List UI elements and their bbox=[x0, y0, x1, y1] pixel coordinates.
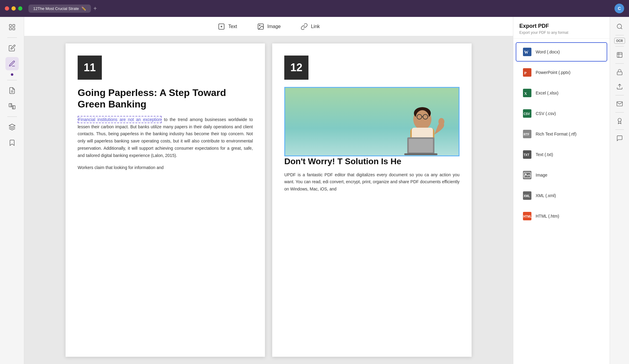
svg-point-23 bbox=[438, 118, 444, 125]
page-12-image bbox=[284, 87, 460, 156]
convert-pages-icon[interactable] bbox=[5, 100, 19, 113]
page-11-body2: Workers claim that looking for informati… bbox=[78, 164, 253, 171]
export-html[interactable]: HTML HTML (.htm) bbox=[516, 206, 607, 226]
image-label: Image bbox=[536, 173, 547, 177]
tab-title[interactable]: 12The Most Crucial Strate ✏️ bbox=[28, 5, 91, 13]
svg-rect-36 bbox=[523, 171, 531, 179]
svg-rect-3 bbox=[13, 28, 15, 30]
mail-icon[interactable] bbox=[614, 98, 626, 110]
image-tool-label: Image bbox=[267, 24, 281, 29]
export-panel: Export PDF Export your PDF to any format… bbox=[513, 17, 610, 364]
pdf-page-11: 11 Going Paperless: A Step Toward Green … bbox=[66, 43, 265, 357]
ocr-icon[interactable]: OCR bbox=[614, 38, 625, 44]
svg-text:XML: XML bbox=[524, 194, 530, 198]
export-powerpoint[interactable]: P PowerPoint (.pptx) bbox=[516, 63, 607, 82]
svg-point-11 bbox=[259, 25, 260, 26]
txt-icon: TXT bbox=[522, 150, 532, 159]
upload-icon[interactable] bbox=[614, 81, 626, 93]
image-tool[interactable]: Image bbox=[253, 20, 284, 33]
export-xml[interactable]: XML XML (.xml) bbox=[516, 186, 607, 205]
pages-container[interactable]: 11 Going Paperless: A Step Toward Green … bbox=[24, 36, 513, 364]
export-word[interactable]: W Word (.docx) bbox=[516, 42, 607, 62]
svg-rect-22 bbox=[404, 153, 437, 155]
excel-icon: X bbox=[522, 88, 532, 98]
titlebar: 12The Most Crucial Strate ✏️ + C bbox=[0, 0, 629, 17]
active-indicator bbox=[11, 73, 13, 76]
svg-text:HTML: HTML bbox=[523, 215, 531, 218]
powerpoint-icon: P bbox=[522, 68, 532, 77]
right-divider-5 bbox=[615, 112, 624, 113]
image-export-icon bbox=[522, 170, 532, 180]
close-button[interactable] bbox=[5, 6, 9, 11]
layers-icon[interactable] bbox=[5, 120, 19, 134]
text-tool[interactable]: Text bbox=[214, 20, 240, 33]
export-excel[interactable]: X Excel (.xlsx) bbox=[516, 83, 607, 103]
svg-rect-7 bbox=[12, 106, 15, 109]
svg-marker-8 bbox=[9, 124, 15, 127]
export-rtf[interactable]: RTF Rich Text Format (.rtf) bbox=[516, 124, 607, 144]
export-subtitle: Export your PDF to any format bbox=[519, 30, 604, 35]
protect-icon[interactable] bbox=[614, 66, 626, 78]
search-icon[interactable] bbox=[614, 21, 626, 33]
titlebar-right: C bbox=[614, 4, 624, 13]
traffic-lights bbox=[5, 6, 22, 11]
right-divider-6 bbox=[615, 129, 624, 130]
excel-label: Excel (.xlsx) bbox=[536, 91, 558, 95]
svg-rect-45 bbox=[617, 72, 622, 75]
annotate-icon[interactable] bbox=[5, 57, 19, 70]
page-12-title: Don't Worry! T Solution Is He bbox=[284, 156, 460, 167]
page-12-body: UPDF is a fantastic PDF editor that digi… bbox=[284, 171, 460, 193]
html-label: HTML (.htm) bbox=[536, 214, 559, 219]
maximize-button[interactable] bbox=[18, 6, 22, 11]
page-number-12: 12 bbox=[284, 56, 308, 80]
export-title: Export PDF bbox=[519, 23, 604, 29]
add-tab-button[interactable]: + bbox=[93, 5, 97, 12]
export-csv[interactable]: CSV CSV (.csv) bbox=[516, 104, 607, 123]
export-image[interactable]: Image bbox=[516, 165, 607, 185]
bookmark-icon[interactable] bbox=[5, 136, 19, 149]
svg-text:X: X bbox=[524, 91, 527, 96]
main-area: Text Image bbox=[0, 17, 629, 364]
minimize-button[interactable] bbox=[11, 6, 16, 11]
csv-icon: CSV bbox=[522, 109, 532, 118]
edit-pen-icon[interactable] bbox=[5, 41, 19, 55]
rtf-label: Rich Text Format (.rtf) bbox=[536, 132, 576, 136]
svg-text:P: P bbox=[524, 71, 527, 75]
badge-icon[interactable] bbox=[614, 115, 626, 127]
svg-rect-21 bbox=[409, 139, 433, 152]
scan-doc-icon[interactable] bbox=[614, 49, 626, 61]
content-area: Text Image bbox=[24, 17, 513, 364]
link-tool[interactable]: Link bbox=[296, 20, 323, 33]
export-txt[interactable]: TXT Text (.txt) bbox=[516, 145, 607, 164]
right-divider-3 bbox=[615, 63, 624, 64]
right-sidebar: OCR bbox=[610, 17, 629, 364]
edit-title-icon[interactable]: ✏️ bbox=[81, 6, 86, 11]
right-divider-2 bbox=[615, 46, 624, 46]
organize-icon[interactable] bbox=[5, 84, 19, 97]
right-divider-4 bbox=[615, 95, 624, 95]
word-icon: W bbox=[522, 47, 532, 57]
pdf-page-12: 12 bbox=[272, 43, 472, 357]
word-label: Word (.docx) bbox=[536, 49, 560, 54]
svg-text:TXT: TXT bbox=[524, 153, 529, 157]
top-toolbar: Text Image bbox=[24, 17, 513, 36]
rtf-icon: RTF bbox=[522, 129, 532, 139]
svg-point-15 bbox=[416, 110, 429, 125]
txt-label: Text (.txt) bbox=[536, 152, 553, 157]
svg-rect-1 bbox=[13, 24, 15, 27]
svg-point-43 bbox=[617, 24, 621, 29]
svg-text:RTF: RTF bbox=[524, 133, 529, 136]
svg-rect-2 bbox=[9, 28, 11, 30]
tab-title-text: 12The Most Crucial Strate bbox=[33, 6, 79, 11]
highlighted-text: Financial institutions are not an except… bbox=[78, 116, 162, 123]
csv-label: CSV (.csv) bbox=[536, 111, 556, 116]
svg-text:W: W bbox=[524, 50, 528, 55]
user-avatar[interactable]: C bbox=[614, 4, 624, 13]
pages-icon[interactable] bbox=[5, 21, 19, 34]
chat-icon[interactable] bbox=[614, 132, 626, 144]
page-11-title: Going Paperless: A Step Toward Green Ban… bbox=[78, 87, 253, 110]
html-icon: HTML bbox=[522, 211, 532, 221]
xml-icon: XML bbox=[522, 191, 532, 200]
image-icon bbox=[256, 22, 265, 31]
text-icon bbox=[217, 22, 226, 31]
